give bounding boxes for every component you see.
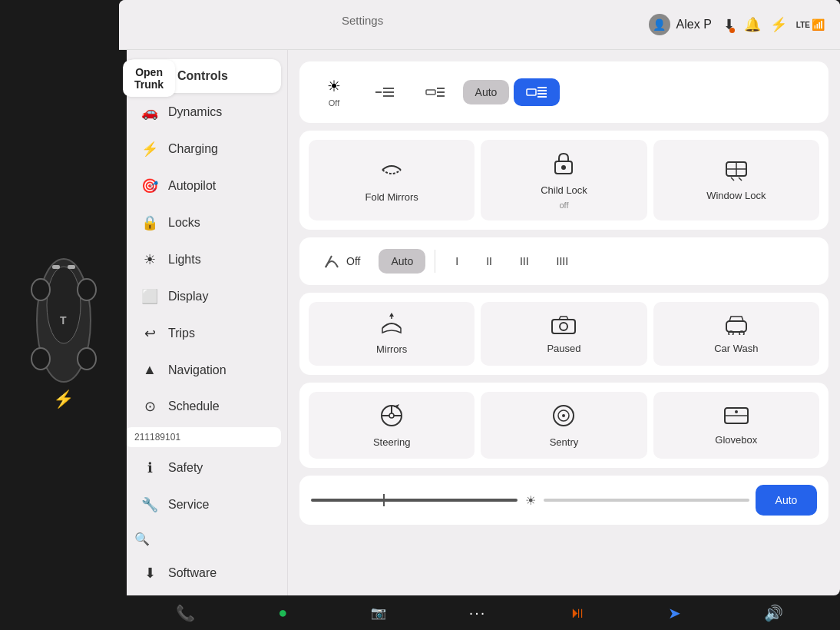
header-icons: ⬇ 🔔 ⚡ LTE 📶 <box>723 16 825 33</box>
sidebar-item-trips[interactable]: ↩ Trips <box>125 316 281 351</box>
wiper-speed-3-btn[interactable]: III <box>509 247 540 275</box>
open-trunk-btn[interactable]: Open Trunk <box>123 60 175 97</box>
signal-bars-icon: 📶 <box>812 18 825 31</box>
mirrors-adjust-icon <box>378 313 405 339</box>
phone-icon[interactable]: 📞 <box>176 604 195 622</box>
service-icon: 🔧 <box>141 496 159 513</box>
mirrors-btn[interactable]: Mirrors <box>309 302 475 366</box>
glovebox-btn[interactable]: Glovebox <box>653 392 819 459</box>
full-beam-btn[interactable] <box>514 78 560 106</box>
slider-thumb <box>383 494 385 506</box>
bolt-icon: ⚡ <box>53 390 74 410</box>
sidebar-label-navigation: Navigation <box>168 363 227 377</box>
steering-adjust-icon <box>379 403 405 432</box>
sidebar-item-dynamics[interactable]: 🚗 Dynamics <box>125 94 281 130</box>
sidebar: Controls 🚗 Dynamics ⚡ Charging 🎯 Autopil… <box>119 50 288 595</box>
wiper-speed-4-btn[interactable]: IIII <box>546 247 580 275</box>
steering-icon: 🎯 <box>141 177 159 194</box>
navigation-icon: ▲ <box>141 362 159 378</box>
sidebar-item-display[interactable]: ⬜ Display <box>125 279 281 314</box>
paused-btn[interactable]: Paused <box>481 302 647 366</box>
wiper-speed-2-btn[interactable]: II <box>475 247 503 275</box>
fold-mirrors-btn[interactable]: Fold Mirrors <box>309 140 475 220</box>
sidebar-search[interactable]: 🔍 <box>119 524 287 554</box>
mirror-fold-icon <box>378 158 405 187</box>
light-control-row: ☀ Off <box>299 61 828 123</box>
lights-auto-btn[interactable]: Auto <box>463 80 509 104</box>
wiper-speed-4-icon: IIII <box>557 255 569 267</box>
wiper-auto-btn[interactable]: Auto <box>379 249 425 274</box>
sidebar-label-software: Software <box>168 566 217 580</box>
brightness-row: ☀ Auto <box>299 476 828 525</box>
trips-icon: ↩ <box>141 325 159 342</box>
svg-rect-45 <box>52 265 60 269</box>
child-lock-status: off <box>559 201 568 210</box>
fold-mirrors-label: Fold Mirrors <box>365 191 418 203</box>
wiper-off-btn[interactable]: Off <box>311 247 372 276</box>
nav-icon[interactable]: ➤ <box>668 604 681 622</box>
wiper-off-label: Off <box>346 255 360 267</box>
svg-rect-8 <box>527 89 536 95</box>
paused-label: Paused <box>547 343 580 354</box>
header: Settings 👤 Alex P ⬇ 🔔 ⚡ LTE 📶 <box>119 0 840 50</box>
brightness-slider[interactable] <box>311 499 518 502</box>
action-row-1: Mirrors Paused <box>299 293 828 375</box>
svg-point-38 <box>735 410 738 413</box>
software-icon: ⬇ <box>141 565 159 582</box>
sentry-btn[interactable]: Sentry <box>481 392 647 459</box>
window-lock-icon <box>723 159 749 185</box>
svg-point-24 <box>729 331 733 335</box>
svg-point-27 <box>389 413 394 418</box>
more-icon[interactable]: ··· <box>469 604 487 622</box>
sidebar-label-lights: Lights <box>168 253 201 267</box>
mirror-lock-row: Fold Mirrors Child Lock off <box>299 131 828 230</box>
drl-btn[interactable] <box>362 78 408 106</box>
car-wash-btn[interactable]: Car Wash <box>653 302 819 366</box>
wiper-speed-1-btn[interactable]: I <box>445 247 469 275</box>
svg-point-41 <box>31 348 50 370</box>
sentry-label: Sentry <box>550 436 579 448</box>
user-avatar-icon: 👤 <box>649 14 670 35</box>
search-icon: 🔍 <box>134 532 150 546</box>
lights-off-btn[interactable]: ☀ Off <box>311 71 357 114</box>
volume-icon[interactable]: 🔊 <box>764 604 783 622</box>
car-graphic: T <box>18 236 110 405</box>
side-lights-btn[interactable] <box>412 78 458 106</box>
side-lights-icon <box>425 85 446 100</box>
svg-text:T: T <box>60 314 67 327</box>
joystick-icon[interactable]: ⏯ <box>570 604 585 622</box>
bell-icon[interactable]: 🔔 <box>744 16 761 33</box>
sidebar-item-charging[interactable]: ⚡ Charging <box>125 131 281 167</box>
glovebox-icon <box>723 405 749 429</box>
spotify-icon[interactable]: ● <box>278 604 287 622</box>
sidebar-item-navigation[interactable]: ▲ Navigation <box>125 353 281 387</box>
brightness-auto-btn[interactable]: Auto <box>756 485 817 516</box>
steering-btn[interactable]: Steering <box>309 392 475 459</box>
sidebar-item-software[interactable]: ⬇ Software <box>125 555 281 591</box>
svg-point-42 <box>78 348 96 370</box>
window-lock-btn[interactable]: Window Lock <box>653 140 819 220</box>
sidebar-item-autopilot[interactable]: 🎯 Autopilot <box>125 168 281 204</box>
sidebar-item-lights[interactable]: ☀ Lights <box>125 242 281 277</box>
lock-icon: 🔒 <box>141 214 159 231</box>
download-icon-container[interactable]: ⬇ <box>723 16 735 33</box>
lights-icon: ☀ <box>141 251 159 268</box>
sidebar-item-schedule[interactable]: ⊙ Schedule <box>125 389 281 424</box>
svg-point-22 <box>560 323 567 330</box>
sidebar-label-autopilot: Autopilot <box>168 179 216 193</box>
camera-icon <box>551 313 577 338</box>
wipers-row: Off Auto I II III <box>299 237 828 285</box>
sidebar-label-display: Display <box>168 290 208 303</box>
glovebox-label: Glovebox <box>715 434 757 446</box>
sidebar-item-safety[interactable]: ℹ Safety <box>125 450 281 486</box>
child-lock-btn[interactable]: Child Lock off <box>481 140 647 220</box>
light-controls: ☀ Off <box>311 71 817 114</box>
svg-point-25 <box>739 331 744 335</box>
bluetooth-icon[interactable]: ⚡ <box>770 16 787 33</box>
sidebar-item-service[interactable]: 🔧 Service <box>125 487 281 522</box>
sidebar-item-locks[interactable]: 🔒 Locks <box>125 205 281 240</box>
wiper-separator <box>435 250 435 273</box>
brightness-auto-label: Auto <box>776 494 798 506</box>
camera-taskbar-icon[interactable]: 📷 <box>371 605 386 620</box>
child-lock-icon <box>551 151 577 180</box>
